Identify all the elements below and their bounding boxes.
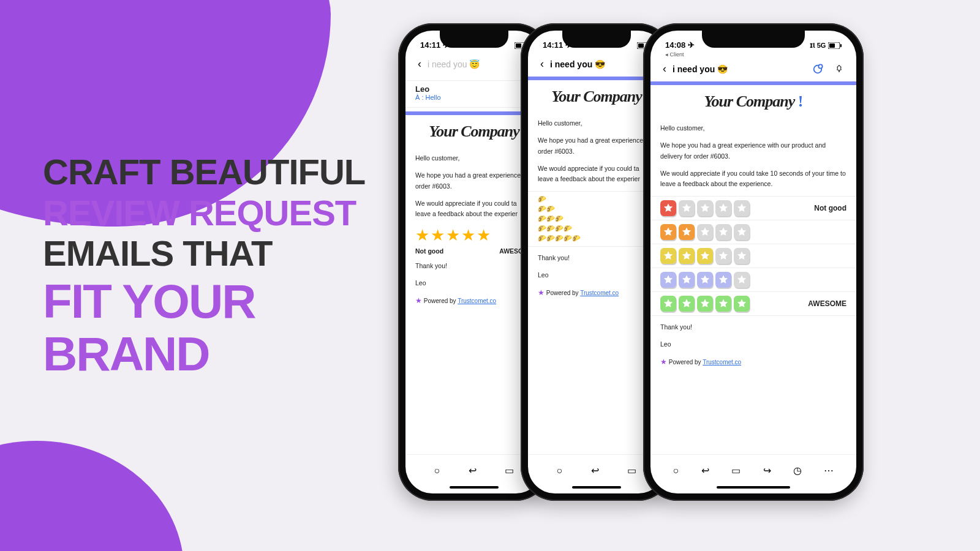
powered-link[interactable]: Trustcomet.co	[580, 290, 619, 296]
brand-banner	[650, 81, 856, 85]
email-toolbar: ○ ↩ ▭ ↪ ◷ ⋯	[650, 454, 856, 486]
email-signature: Leo	[660, 339, 846, 350]
reply-icon[interactable]: ↩	[469, 465, 477, 476]
headline-line-1: CRAFT BEAUTIFUL	[43, 152, 365, 193]
rating-row-1[interactable]: Not good	[660, 200, 846, 216]
phone-notch	[562, 31, 631, 48]
powered-by: ★ Powered by Trustcomet.co	[415, 296, 533, 305]
brand-logo: Your Company	[415, 122, 533, 141]
home-indicator	[450, 486, 499, 489]
email-body-1: We hope you had a great experienceorder …	[538, 135, 655, 157]
archive-icon[interactable]: ▭	[627, 465, 636, 476]
home-indicator	[572, 486, 622, 489]
marketing-headline: CRAFT BEAUTIFUL REVIEW REQUEST EMAILS TH…	[43, 152, 365, 380]
email-body-1: We hope you had a great experience with …	[660, 140, 846, 162]
clock-icon[interactable]: ◷	[793, 465, 802, 476]
rating-taco-block[interactable]: 🌮 🌮🌮 🌮🌮🌮 🌮🌮🌮🌮 🌮🌮🌮🌮🌮	[538, 195, 655, 242]
email-body-2: We would appreciate if you could taleave…	[538, 163, 655, 186]
circle-icon[interactable]: ○	[557, 465, 563, 476]
rating-low-label: Not good	[415, 247, 443, 255]
back-icon[interactable]: ‹	[663, 62, 666, 75]
email-thanks: Thank you!	[415, 261, 533, 272]
svg-rect-4	[638, 43, 644, 48]
phone-notch	[702, 31, 805, 48]
star-icon: ★	[415, 296, 422, 305]
rating-low-label: Not good	[814, 204, 846, 212]
rating-row-4[interactable]	[660, 272, 846, 288]
archive-icon[interactable]: ▭	[731, 465, 741, 476]
headline-line-4b: BRAND	[43, 329, 365, 380]
battery-icon	[828, 42, 842, 49]
headline-line-3: EMAILS THAT	[43, 233, 365, 274]
circle-icon[interactable]: ○	[673, 465, 679, 476]
powered-by: ★ Powered by Trustcomet.co	[538, 288, 655, 297]
reply-icon[interactable]: ↩	[591, 465, 599, 476]
powered-by: ★ Powered by Trustcomet.co	[660, 358, 846, 366]
headline-line-2: REVIEW REQUEST	[43, 193, 365, 234]
sender-name: Leo	[415, 84, 533, 94]
snooze-icon[interactable]	[812, 64, 823, 75]
rating-high-label: AWESOME	[808, 299, 846, 308]
greeting: Hello customer,	[415, 153, 533, 164]
email-thanks: Thank you!	[660, 322, 846, 333]
svg-rect-1	[516, 43, 521, 48]
brand-logo: Your Company !	[660, 92, 846, 111]
headline-line-4a: FIT YOUR	[43, 277, 365, 327]
more-icon[interactable]: ⋯	[824, 465, 834, 476]
greeting: Hello customer,	[660, 123, 846, 134]
star-icon: ★	[538, 288, 545, 297]
svg-point-10	[818, 64, 822, 68]
email-signature: Leo	[538, 270, 655, 281]
email-body-2: We would appreciate if you could take 10…	[660, 168, 846, 190]
brand-logo: Your Company	[538, 88, 655, 106]
email-subject: i need you 😎	[673, 64, 728, 74]
greeting: Hello customer,	[538, 118, 655, 129]
email-body-1: We hope you had a great experienceorder …	[415, 170, 533, 192]
status-time: 14:11	[543, 40, 563, 50]
recipient-line: À : Hello	[415, 94, 533, 101]
back-icon[interactable]: ‹	[540, 58, 544, 70]
phone-mockup-3: 14:08 ✈ 𝗜𝗹 5G ◂ Client ‹ i need you 😎 Yo…	[643, 23, 864, 501]
svg-rect-8	[840, 44, 842, 47]
powered-link[interactable]: Trustcomet.co	[458, 298, 496, 304]
email-subject: i need you 😎	[550, 59, 605, 69]
email-subject: i need you 😇	[428, 59, 480, 69]
reply-icon[interactable]: ↩	[701, 465, 709, 476]
back-icon[interactable]: ‹	[418, 58, 421, 70]
purple-blob-bottom	[0, 441, 184, 551]
status-time: 14:08	[665, 40, 685, 50]
rating-row-2[interactable]	[660, 224, 846, 240]
star-icon: ★	[660, 358, 667, 366]
phone-mockup-row: 14:11 ✈ ‹ i need you 😇 Leo À : Hello You…	[398, 17, 980, 550]
home-indicator	[717, 486, 791, 489]
status-right: 𝗜𝗹 5G	[810, 40, 842, 50]
svg-rect-7	[829, 43, 835, 48]
powered-link[interactable]: Trustcomet.co	[703, 359, 741, 365]
email-signature: Leo	[415, 278, 533, 289]
archive-icon[interactable]: ▭	[505, 465, 514, 476]
circle-icon[interactable]: ○	[434, 465, 440, 476]
rating-row-5[interactable]: AWESOME	[660, 296, 846, 312]
rating-row-3[interactable]	[660, 248, 846, 264]
email-nav-row: ‹ i need you 😎	[650, 58, 856, 81]
forward-icon[interactable]: ↪	[763, 465, 771, 476]
rating-stars-gold[interactable]: ★★★★★	[415, 226, 533, 245]
phone-notch	[440, 31, 508, 48]
email-body-2: We would appreciate if you could taleave…	[415, 198, 533, 220]
email-thanks: Thank you!	[538, 253, 655, 264]
pin-icon[interactable]	[834, 64, 844, 74]
back-to-app[interactable]: ◂ Client	[650, 51, 856, 58]
status-time: 14:11	[420, 40, 440, 50]
